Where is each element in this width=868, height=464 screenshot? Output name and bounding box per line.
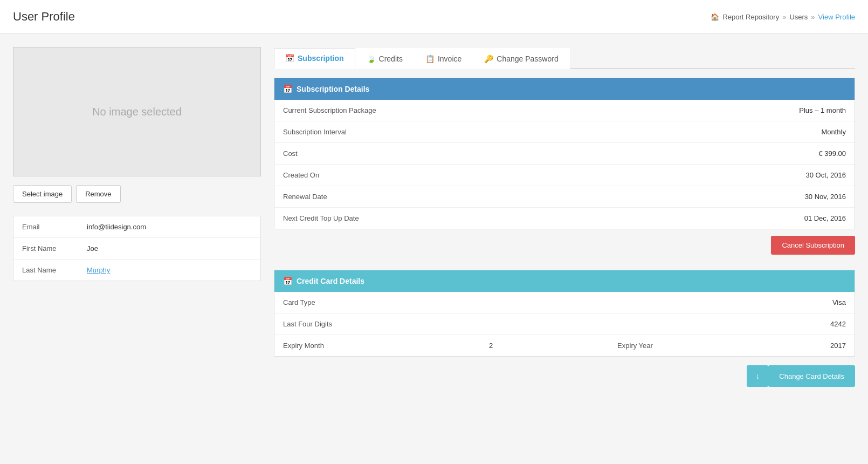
breadcrumb-report-repository[interactable]: Report Repository [722, 13, 779, 21]
subscription-topup-row: Next Credit Top Up Date 01 Dec, 2016 [274, 208, 855, 229]
expiry-month-value: 2 [489, 342, 532, 350]
remove-button[interactable]: Remove [76, 185, 120, 203]
image-upload-box: No image selected [13, 47, 261, 176]
credit-card-header-icon: 📅 [283, 277, 292, 285]
subscription-header-title: Subscription Details [297, 85, 369, 93]
cancel-subscription-row: Cancel Subscription [274, 229, 855, 261]
change-card-action-row: ↓ Change Card Details [274, 357, 855, 387]
subscription-cost-label: Cost [283, 149, 738, 158]
subscription-header-icon: 📅 [283, 85, 292, 93]
left-panel: No image selected Select image Remove Em… [13, 47, 261, 387]
subscription-interval-row: Subscription Interval Monthly [274, 121, 855, 143]
card-type-value: Visa [738, 298, 846, 306]
tab-subscription-label: Subscription [298, 54, 344, 63]
subscription-cost-value: € 399.00 [738, 149, 846, 158]
email-field-row: Email info@tiidesign.com [13, 216, 260, 238]
subscription-package-row: Current Subscription Package Plus – 1 mo… [274, 100, 855, 121]
breadcrumb-sep-1: » [782, 13, 786, 21]
breadcrumb-current: View Profile [818, 13, 855, 21]
subscription-cost-row: Cost € 399.00 [274, 143, 855, 165]
invoice-tab-icon: 📋 [425, 54, 435, 63]
credit-card-section: 📅 Credit Card Details Card Type Visa Las… [274, 270, 855, 357]
tab-change-password-label: Change Password [497, 54, 558, 63]
firstname-label: First Name [22, 244, 87, 253]
breadcrumb: 🏠 Report Repository » Users » View Profi… [711, 13, 855, 21]
profile-fields: Email info@tiidesign.com First Name Joe … [13, 216, 261, 281]
last-four-digits-value: 4242 [738, 320, 846, 328]
scroll-icon[interactable]: ↓ [747, 365, 768, 387]
tabs: 📅 Subscription 🍃 Credits 📋 Invoice 🔑 Cha… [274, 47, 855, 69]
no-image-text: No image selected [92, 106, 182, 118]
card-type-label: Card Type [283, 298, 738, 306]
change-card-button[interactable]: Change Card Details [768, 365, 855, 387]
email-label: Email [22, 223, 87, 231]
select-image-button[interactable]: Select image [13, 185, 72, 203]
tab-credits-label: Credits [379, 54, 403, 63]
tab-change-password[interactable]: 🔑 Change Password [473, 48, 569, 69]
lastname-label: Last Name [22, 266, 87, 274]
expiry-year-value: 2017 [738, 342, 846, 350]
subscription-topup-label: Next Credit Top Up Date [283, 214, 738, 222]
tab-subscription[interactable]: 📅 Subscription [274, 48, 355, 69]
breadcrumb-sep-2: » [811, 13, 815, 21]
subscription-section-header: 📅 Subscription Details [274, 78, 855, 100]
subscription-created-label: Created On [283, 171, 738, 179]
tab-credits[interactable]: 🍃 Credits [355, 48, 414, 69]
firstname-field-row: First Name Joe [13, 238, 260, 260]
email-value: info@tiidesign.com [87, 223, 146, 231]
credit-card-header-title: Credit Card Details [297, 277, 364, 285]
breadcrumb-users[interactable]: Users [789, 13, 808, 21]
password-tab-icon: 🔑 [484, 54, 493, 63]
subscription-topup-value: 01 Dec, 2016 [738, 214, 846, 222]
lastname-field-row: Last Name Murphy [13, 260, 260, 281]
subscription-renewal-row: Renewal Date 30 Nov, 2016 [274, 186, 855, 208]
image-buttons: Select image Remove [13, 185, 261, 203]
expiry-year-label: Expiry Year [532, 342, 738, 350]
subscription-interval-value: Monthly [738, 128, 846, 136]
tab-invoice-label: Invoice [438, 54, 461, 63]
last-four-digits-label: Last Four Digits [283, 320, 738, 328]
right-panel: 📅 Subscription 🍃 Credits 📋 Invoice 🔑 Cha… [274, 47, 855, 387]
expiry-month-label: Expiry Month [283, 342, 489, 350]
subscription-tab-icon: 📅 [285, 54, 294, 63]
subscription-section: 📅 Subscription Details Current Subscript… [274, 78, 855, 229]
credit-card-section-header: 📅 Credit Card Details [274, 270, 855, 292]
credits-tab-icon: 🍃 [367, 54, 376, 63]
home-icon: 🏠 [711, 13, 719, 21]
subscription-package-value: Plus – 1 month [738, 106, 846, 114]
cancel-subscription-button[interactable]: Cancel Subscription [771, 236, 855, 255]
subscription-interval-label: Subscription Interval [283, 128, 738, 136]
expiry-row: Expiry Month 2 Expiry Year 2017 [274, 335, 855, 356]
page-title: User Profile [13, 10, 75, 24]
lastname-value: Murphy [87, 266, 110, 274]
subscription-created-row: Created On 30 Oct, 2016 [274, 165, 855, 186]
tab-invoice[interactable]: 📋 Invoice [414, 48, 473, 69]
firstname-value: Joe [87, 244, 98, 253]
subscription-package-label: Current Subscription Package [283, 106, 738, 114]
main-container: No image selected Select image Remove Em… [0, 34, 868, 400]
last-four-digits-row: Last Four Digits 4242 [274, 313, 855, 335]
subscription-created-value: 30 Oct, 2016 [738, 171, 846, 179]
subscription-renewal-label: Renewal Date [283, 193, 738, 201]
page-header: User Profile 🏠 Report Repository » Users… [0, 0, 868, 34]
subscription-renewal-value: 30 Nov, 2016 [738, 193, 846, 201]
card-type-row: Card Type Visa [274, 292, 855, 313]
